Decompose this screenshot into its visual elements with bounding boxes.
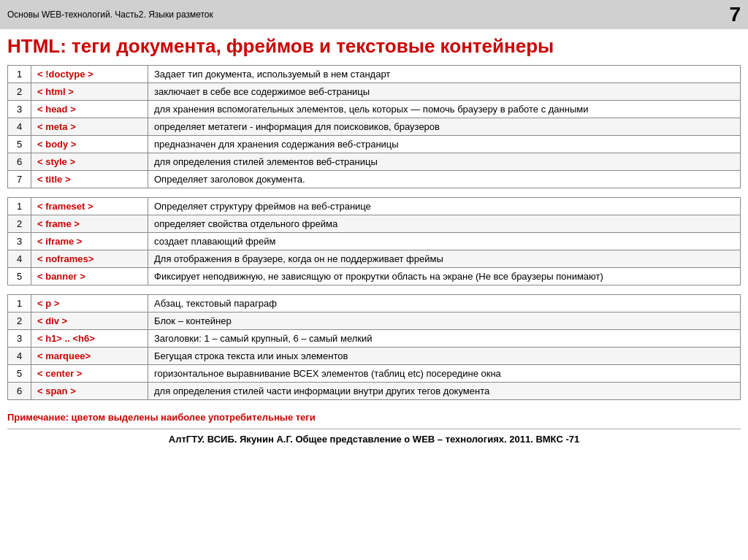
table-row: 5< center >горизонтальное выравнивание В… bbox=[8, 365, 741, 383]
page-number: 7 bbox=[729, 3, 741, 26]
row-number: 5 bbox=[8, 268, 31, 285]
tag-name: < div > bbox=[31, 312, 148, 330]
row-number: 5 bbox=[8, 365, 31, 383]
row-number: 4 bbox=[8, 250, 31, 268]
tag-description: Для отображения в браузере, когда он не … bbox=[148, 250, 741, 268]
table-row: 5< body >предназначен для хранения содер… bbox=[8, 136, 741, 153]
table-row: 3< h1> .. <h6>Заголовки: 1 – самый крупн… bbox=[8, 330, 741, 348]
document-tags-table: 1< !doctype >Задает тип документа, испол… bbox=[7, 65, 741, 188]
table-row: 1< !doctype >Задает тип документа, испол… bbox=[8, 66, 741, 83]
tag-description: создает плавающий фрейм bbox=[148, 233, 741, 250]
table-row: 5< banner >Фиксирует неподвижную, не зав… bbox=[8, 268, 741, 285]
tag-name: < noframes> bbox=[31, 250, 148, 268]
tag-description: Заголовки: 1 – самый крупный, 6 – самый … bbox=[148, 330, 741, 348]
row-number: 3 bbox=[8, 330, 31, 348]
row-number: 7 bbox=[8, 171, 31, 188]
table-row: 4< meta >определяет метатеги - информаци… bbox=[8, 118, 741, 136]
tag-name: < center > bbox=[31, 365, 148, 383]
tag-description: Определяет заголовок документа. bbox=[148, 171, 741, 188]
tag-name: < html > bbox=[31, 83, 148, 101]
tag-name: < marquee> bbox=[31, 348, 148, 365]
footer-text: АлтГТУ. ВСИБ. Якунин А.Г. Общее представ… bbox=[7, 429, 741, 448]
tag-name: < !doctype > bbox=[31, 66, 148, 83]
tag-name: < body > bbox=[31, 136, 148, 153]
table-row: 1< p >Абзац, текстовый параграф bbox=[8, 295, 741, 312]
tag-description: Абзац, текстовый параграф bbox=[148, 295, 741, 312]
row-number: 1 bbox=[8, 198, 31, 215]
tag-name: < banner > bbox=[31, 268, 148, 285]
table-row: 2< div >Блок – контейнер bbox=[8, 312, 741, 330]
tag-name: < style > bbox=[31, 153, 148, 171]
note-text: Примечание: цветом выделены наиболее упо… bbox=[7, 409, 741, 426]
tag-description: определяет метатеги - информация для пои… bbox=[148, 118, 741, 136]
table-row: 2< frame >определяет свойства отдельного… bbox=[8, 215, 741, 233]
tag-description: Бегущая строка текста или иных элементов bbox=[148, 348, 741, 365]
tag-description: заключает в себе все содержимое веб-стра… bbox=[148, 83, 741, 101]
row-number: 2 bbox=[8, 312, 31, 330]
row-number: 2 bbox=[8, 215, 31, 233]
tag-name: < frameset > bbox=[31, 198, 148, 215]
tag-description: определяет свойства отдельного фрейма bbox=[148, 215, 741, 233]
row-number: 1 bbox=[8, 66, 31, 83]
row-number: 3 bbox=[8, 101, 31, 118]
table-row: 7< title >Определяет заголовок документа… bbox=[8, 171, 741, 188]
row-number: 2 bbox=[8, 83, 31, 101]
page-title: HTML: теги документа, фреймов и текстовы… bbox=[0, 29, 748, 65]
tag-name: < h1> .. <h6> bbox=[31, 330, 148, 348]
content-area: 1< !doctype >Задает тип документа, испол… bbox=[0, 65, 748, 452]
row-number: 4 bbox=[8, 118, 31, 136]
tag-name: < span > bbox=[31, 383, 148, 400]
table-row: 4< noframes>Для отображения в браузере, … bbox=[8, 250, 741, 268]
tag-description: для хранения вспомогательных элементов, … bbox=[148, 101, 741, 118]
top-bar: Основы WEB-технологий. Часть2. Языки раз… bbox=[0, 0, 748, 29]
frame-tags-table: 1< frameset >Определяет структуру фреймо… bbox=[7, 197, 741, 285]
row-number: 6 bbox=[8, 153, 31, 171]
tag-description: предназначен для хранения содержания веб… bbox=[148, 136, 741, 153]
row-number: 6 bbox=[8, 383, 31, 400]
table-row: 2< html >заключает в себе все содержимое… bbox=[8, 83, 741, 101]
table-row: 3< iframe >создает плавающий фрейм bbox=[8, 233, 741, 250]
table-row: 1< frameset >Определяет структуру фреймо… bbox=[8, 198, 741, 215]
tag-description: Блок – контейнер bbox=[148, 312, 741, 330]
tag-description: Фиксирует неподвижную, не зависящую от п… bbox=[148, 268, 741, 285]
tag-name: < frame > bbox=[31, 215, 148, 233]
tag-name: < iframe > bbox=[31, 233, 148, 250]
row-number: 5 bbox=[8, 136, 31, 153]
table-row: 6< style >для определения стилей элемент… bbox=[8, 153, 741, 171]
table-row: 6< span >для определения стилей части ин… bbox=[8, 383, 741, 400]
row-number: 3 bbox=[8, 233, 31, 250]
tag-description: для определения стилей элементов веб-стр… bbox=[148, 153, 741, 171]
table-row: 4< marquee>Бегущая строка текста или ины… bbox=[8, 348, 741, 365]
row-number: 1 bbox=[8, 295, 31, 312]
tag-description: Определяет структуру фреймов на веб-стра… bbox=[148, 198, 741, 215]
text-container-tags-table: 1< p >Абзац, текстовый параграф2< div >Б… bbox=[7, 294, 741, 400]
tag-description: горизонтальное выравнивание ВСЕХ элемент… bbox=[148, 365, 741, 383]
tag-description: для определения стилей части информации … bbox=[148, 383, 741, 400]
tag-name: < meta > bbox=[31, 118, 148, 136]
tag-name: < p > bbox=[31, 295, 148, 312]
tag-name: < head > bbox=[31, 101, 148, 118]
course-title: Основы WEB-технологий. Часть2. Языки раз… bbox=[7, 9, 213, 20]
row-number: 4 bbox=[8, 348, 31, 365]
tag-description: Задает тип документа, используемый в нем… bbox=[148, 66, 741, 83]
table-row: 3< head >для хранения вспомогательных эл… bbox=[8, 101, 741, 118]
tag-name: < title > bbox=[31, 171, 148, 188]
